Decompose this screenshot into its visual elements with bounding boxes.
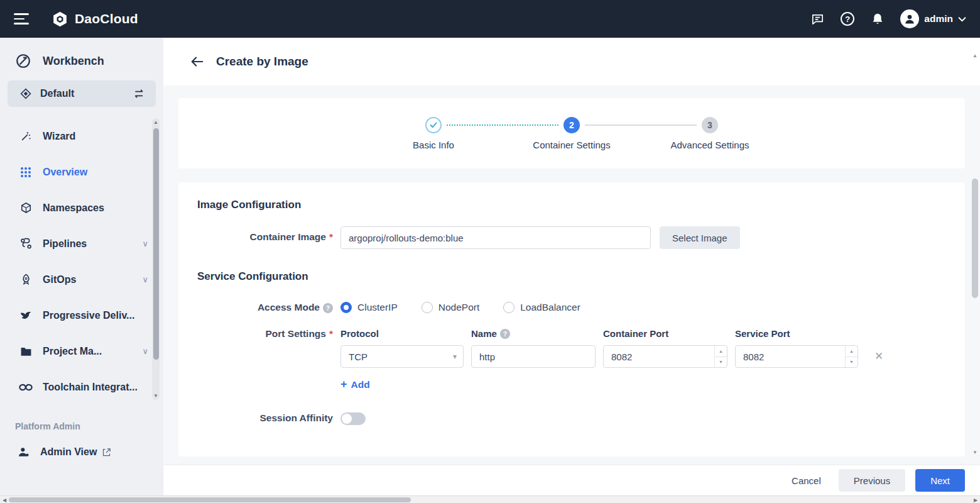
bird-icon [19, 310, 33, 321]
select-image-button[interactable]: Select Image [660, 226, 740, 249]
access-mode-options: ClusterIP NodePort LoadBalancer [340, 298, 580, 313]
sidebar-item-progressive-delivery[interactable]: Progressive Deliv... [0, 297, 163, 333]
radio-loadbalancer[interactable]: LoadBalancer [503, 302, 580, 313]
scroll-left-icon[interactable]: ◀ [0, 496, 9, 503]
menu-toggle-icon[interactable] [14, 13, 29, 25]
grid-icon [19, 167, 33, 178]
sidebar-scroll-thumb[interactable] [153, 128, 159, 360]
required-asterisk: * [329, 328, 333, 340]
service-port-column-label: Service Port [735, 328, 858, 339]
external-link-icon [102, 448, 111, 457]
stepper-up-icon[interactable]: ▲ [846, 346, 858, 357]
footer-actions: Cancel Previous Next [163, 465, 980, 495]
notifications-icon[interactable] [870, 11, 885, 26]
port-settings-label: Port Settings* [197, 328, 340, 391]
step-advanced-settings[interactable]: 3 Advanced Settings [702, 117, 718, 133]
admin-icon [18, 446, 30, 458]
port-columns-header: Protocol Name? Container Port Service Po… [340, 328, 883, 345]
user-menu[interactable]: admin [900, 9, 966, 28]
horizontal-scroll-thumb[interactable] [9, 497, 411, 502]
radio-nodeport[interactable]: NodePort [422, 302, 479, 313]
rocket-icon [19, 274, 33, 285]
service-configuration-title: Service Configuration [197, 270, 946, 283]
stepper-down-icon[interactable]: ▼ [846, 357, 858, 368]
container-image-input[interactable] [340, 226, 651, 249]
sidebar-item-gitops[interactable]: GitOps ∨ [0, 262, 163, 297]
messages-icon[interactable] [810, 11, 825, 26]
stepper: Basic Info 2 Container Settings 3 Advanc… [425, 117, 718, 169]
scroll-right-icon[interactable]: ▶ [971, 496, 980, 503]
stepper-up-icon[interactable]: ▲ [715, 346, 727, 357]
help-icon[interactable]: ? [840, 11, 855, 26]
access-mode-label: Access Mode? [197, 298, 340, 313]
step-container-settings[interactable]: 2 Container Settings [564, 117, 580, 133]
required-asterisk: * [329, 231, 333, 243]
step-number: 3 [702, 117, 718, 133]
workspace-icon [20, 88, 31, 99]
main-vertical-scrollbar[interactable]: ▲ ▼ [971, 53, 979, 455]
sidebar: Workbench Default Wizard Overvi [0, 38, 163, 495]
sidebar-item-wizard[interactable]: Wizard [0, 118, 163, 154]
sidebar-item-label: Namespaces [43, 202, 148, 214]
workspace-name: Default [40, 88, 133, 99]
sidebar-item-project-management[interactable]: Project Ma... ∨ [0, 333, 163, 369]
delete-port-row-icon[interactable]: ✕ [874, 345, 883, 368]
avatar [900, 9, 919, 28]
scroll-down-icon[interactable]: ▼ [152, 393, 160, 399]
platform-admin-section-label: Platform Admin [0, 405, 163, 435]
scroll-up-icon[interactable]: ▲ [152, 119, 160, 125]
container-port-column-label: Container Port [603, 328, 727, 339]
protocol-select[interactable]: TCP ▾ [340, 345, 464, 368]
daocloud-logo-icon [52, 11, 68, 28]
add-port-button[interactable]: + Add [340, 378, 370, 391]
sidebar-item-admin-view[interactable]: Admin View [0, 435, 163, 469]
sidebar-item-overview[interactable]: Overview [0, 154, 163, 190]
step-label: Basic Info [413, 140, 454, 150]
help-icon[interactable]: ? [500, 329, 510, 339]
switch-workspace-icon[interactable] [133, 89, 146, 99]
service-port-input[interactable] [735, 345, 858, 368]
workspace-selector[interactable]: Default [8, 80, 156, 107]
sidebar-item-namespaces[interactable]: Namespaces [0, 190, 163, 226]
help-icon[interactable]: ? [323, 303, 333, 313]
sidebar-item-label: Overview [43, 167, 148, 178]
sidebar-scrollbar[interactable]: ▲ ▼ [152, 118, 160, 400]
number-stepper: ▲ ▼ [714, 346, 727, 367]
workbench-header[interactable]: Workbench [0, 38, 163, 80]
cancel-button[interactable]: Cancel [792, 475, 821, 486]
name-column-label: Name? [471, 328, 596, 339]
step-basic-info[interactable]: Basic Info [425, 117, 442, 133]
brand-name: DaoCloud [75, 11, 138, 26]
form-card: Image Configuration Container Image* Sel… [178, 182, 965, 456]
horizontal-scrollbar[interactable]: ◀ ▶ [0, 495, 980, 503]
port-settings-row: Port Settings* Protocol Name? Container … [197, 328, 946, 391]
port-name-input[interactable] [471, 345, 596, 368]
stepper-card: Basic Info 2 Container Settings 3 Advanc… [178, 98, 965, 169]
chevron-down-icon: ∨ [142, 239, 148, 248]
pipeline-icon [19, 238, 33, 250]
radio-clusterip[interactable]: ClusterIP [340, 302, 398, 313]
page-header: Create by Image [163, 38, 980, 86]
scroll-down-icon[interactable]: ▼ [971, 450, 979, 455]
username: admin [924, 13, 953, 25]
back-arrow-icon[interactable] [188, 53, 206, 70]
next-button[interactable]: Next [915, 469, 965, 492]
scroll-up-icon[interactable]: ▲ [971, 53, 979, 58]
container-port-input[interactable] [603, 345, 727, 368]
sidebar-item-toolchain[interactable]: Toolchain Integrat... [0, 369, 163, 405]
step-connector-solid [585, 124, 697, 126]
sidebar-nav: Wizard Overview Namespaces Pipelines ∨ [0, 107, 163, 405]
brand[interactable]: DaoCloud [52, 11, 138, 28]
page-title: Create by Image [216, 55, 308, 69]
step-number: 2 [564, 117, 580, 133]
stepper-down-icon[interactable]: ▼ [715, 357, 727, 368]
cube-icon [19, 202, 33, 214]
session-affinity-row: Session Affinity [197, 407, 946, 425]
session-affinity-toggle[interactable] [340, 412, 366, 425]
number-stepper: ▲ ▼ [845, 346, 858, 367]
previous-button[interactable]: Previous [839, 469, 905, 492]
protocol-column-label: Protocol [340, 328, 464, 339]
main-scroll-thumb[interactable] [972, 179, 978, 298]
sidebar-item-pipelines[interactable]: Pipelines ∨ [0, 226, 163, 262]
workbench-icon [15, 53, 31, 69]
